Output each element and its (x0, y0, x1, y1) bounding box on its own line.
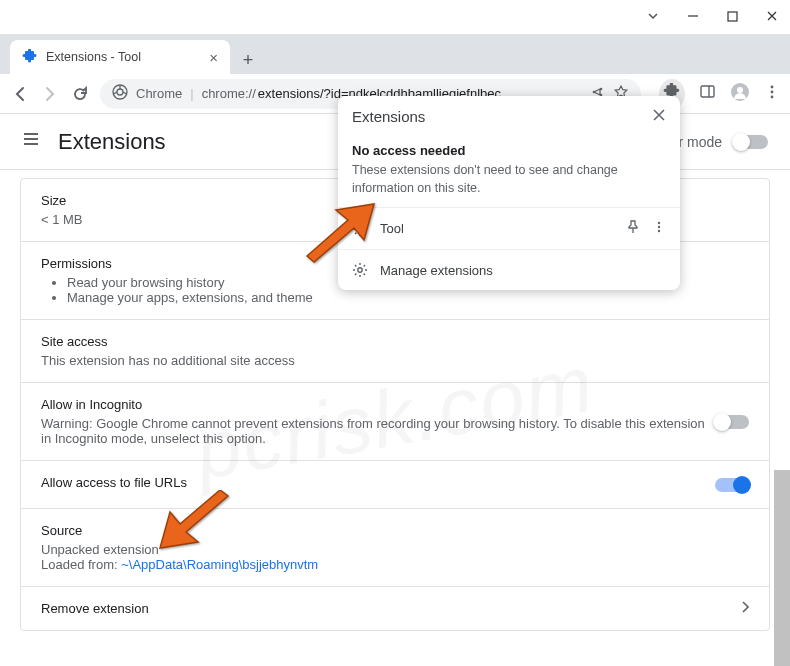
incognito-toggle[interactable] (715, 415, 749, 429)
source-loaded-prefix: Loaded from: (41, 557, 121, 572)
popup-manage-extensions[interactable]: Manage extensions (338, 249, 680, 290)
svg-point-15 (658, 222, 660, 224)
maximize-button[interactable] (727, 9, 738, 25)
section-incognito: Allow in Incognito Warning: Google Chrom… (21, 383, 769, 461)
tab-extensions-tool[interactable]: Extensions - Tool × (10, 40, 230, 74)
svg-point-12 (771, 90, 774, 93)
source-value: Unpacked extension (41, 542, 749, 557)
side-panel-icon[interactable] (699, 83, 716, 104)
close-button[interactable] (766, 9, 778, 25)
minimize-button[interactable] (687, 9, 699, 25)
remove-extension-row[interactable]: Remove extension (21, 587, 769, 630)
popup-manage-label: Manage extensions (380, 263, 493, 278)
section-site-access: Site access This extension has no additi… (21, 320, 769, 383)
tab-title: Extensions - Tool (46, 50, 141, 64)
scrollbar[interactable] (774, 470, 790, 666)
window-controls (0, 0, 790, 34)
file-urls-toggle[interactable] (715, 478, 749, 492)
new-tab-button[interactable]: + (234, 46, 262, 74)
popup-section-title: No access needed (352, 143, 666, 158)
svg-point-13 (771, 95, 774, 98)
popup-title: Extensions (352, 108, 425, 125)
popup-item-name: Tool (380, 221, 614, 236)
svg-point-17 (658, 230, 660, 232)
svg-point-10 (737, 87, 743, 93)
site-access-label: Site access (41, 334, 749, 349)
svg-point-3 (117, 89, 123, 95)
extensions-popup: Extensions No access needed These extens… (338, 96, 680, 290)
permission-item: Manage your apps, extensions, and theme (67, 290, 749, 305)
forward-button[interactable] (40, 84, 60, 104)
pin-icon[interactable] (626, 220, 640, 237)
chevron-right-icon (741, 601, 749, 616)
section-file-urls: Allow access to file URLs (21, 461, 769, 509)
tab-strip: Extensions - Tool × + (0, 34, 790, 74)
file-urls-label: Allow access to file URLs (41, 475, 715, 490)
developer-mode-toggle[interactable] (734, 135, 768, 149)
puzzle-icon (22, 49, 38, 65)
tab-close-icon[interactable]: × (209, 49, 218, 66)
remove-extension-label: Remove extension (41, 601, 149, 616)
menu-icon[interactable] (764, 84, 780, 104)
svg-rect-7 (701, 86, 714, 97)
svg-point-16 (658, 226, 660, 228)
url-scheme: Chrome (136, 86, 182, 101)
site-access-value: This extension has no additional site ac… (41, 353, 749, 368)
chevron-down-icon[interactable] (647, 9, 659, 25)
profile-icon[interactable] (730, 82, 750, 106)
source-label: Source (41, 523, 749, 538)
reload-button[interactable] (70, 84, 90, 104)
popup-section-desc: These extensions don't need to see and c… (352, 162, 666, 197)
page-title: Extensions (58, 129, 166, 155)
chrome-page-icon (112, 84, 128, 103)
incognito-label: Allow in Incognito (41, 397, 715, 412)
svg-point-6 (593, 90, 596, 93)
back-button[interactable] (10, 84, 30, 104)
svg-point-11 (771, 85, 774, 88)
arrow-annotation (156, 490, 234, 560)
arrow-annotation (302, 200, 380, 270)
svg-point-4 (600, 87, 603, 90)
section-source: Source Unpacked extension Loaded from: ~… (21, 509, 769, 587)
incognito-desc: Warning: Google Chrome cannot prevent ex… (41, 416, 715, 446)
popup-close-icon[interactable] (652, 108, 666, 125)
more-icon[interactable] (652, 220, 666, 237)
url-prefix: chrome:// (202, 86, 256, 101)
svg-rect-1 (728, 12, 737, 21)
popup-item-tool[interactable]: Tool (338, 207, 680, 249)
hamburger-icon[interactable] (22, 130, 40, 153)
